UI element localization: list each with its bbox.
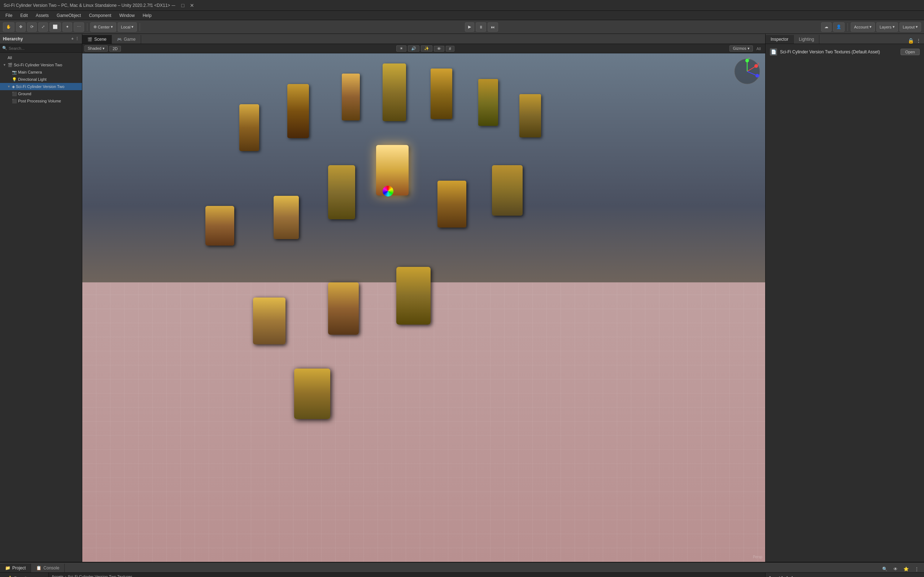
light-icon: 💡: [12, 77, 17, 82]
space-local-button[interactable]: Local ▾: [118, 23, 137, 32]
close-button[interactable]: ✕: [189, 2, 195, 9]
hierarchy-search-bar[interactable]: 🔍: [0, 44, 82, 53]
toolbar-sep-2: [140, 23, 140, 31]
hierarchy-menu-button[interactable]: ⋮: [75, 36, 79, 41]
audio-icon[interactable]: 🔊: [408, 45, 419, 52]
menu-gameobject[interactable]: GameObject: [53, 12, 84, 19]
camera-label: Main Camera: [18, 70, 42, 74]
breadcrumb-folder[interactable]: Sci-Fi Cylinder Version Two Textures: [68, 574, 132, 577]
cylinder-obj-3: [342, 74, 360, 121]
favorites-section[interactable]: ▼ ⭐ Favorites: [0, 574, 48, 577]
game-tab-label: Game: [124, 37, 136, 42]
tool-extra[interactable]: ⋯: [74, 23, 84, 32]
gizmos-chevron: ▾: [748, 46, 750, 50]
gizmos-button[interactable]: Gizmos ▾: [729, 45, 753, 52]
scene-label: Sci-Fi Cylinder Version Two: [14, 63, 62, 67]
cylinder-obj-8: [205, 206, 234, 246]
menu-component[interactable]: Component: [85, 12, 115, 19]
hierarchy-postfx-item[interactable]: ⬛ Post Processing Volume: [0, 97, 82, 105]
hierarchy-ground-item[interactable]: ⬛ Ground: [0, 90, 82, 97]
cylinder-obj-9: [274, 196, 299, 239]
tool-move[interactable]: ✥: [16, 23, 26, 32]
cylinder-obj-4: [383, 63, 406, 121]
fx-icon[interactable]: ✨: [421, 45, 432, 52]
hierarchy-camera-item[interactable]: 📷 Main Camera: [0, 69, 82, 76]
hierarchy-add-button[interactable]: +: [71, 36, 74, 41]
favorites-star: ⭐: [8, 575, 13, 577]
search-icon: 🔍: [2, 46, 7, 50]
inspector-lock-icon[interactable]: 🔒: [908, 38, 914, 44]
cylinder-obj-front: [294, 369, 330, 419]
main-area: Hierarchy + ⋮ 🔍 All ▼ 🎬 Sci-Fi Cylinder …: [0, 34, 924, 562]
tool-transform[interactable]: ✦: [63, 23, 72, 32]
asset-area: Assets › Sci-Fi Cylinder Version Two Tex…: [49, 573, 765, 577]
console-tab-icon: 📋: [36, 566, 42, 571]
bottom-tab-bar: 📁 Project 📋 Console 🔍 👁 ⭐ ⋮: [0, 562, 924, 573]
hierarchy-all-item[interactable]: All: [0, 54, 82, 61]
breadcrumb-sep: ›: [65, 574, 66, 577]
layers-button[interactable]: Layers ▾: [876, 23, 898, 32]
asset-icon: 📄: [770, 48, 777, 56]
scene-tab[interactable]: 🎬 Scene: [82, 35, 112, 44]
tool-rect[interactable]: ⬜: [50, 23, 61, 32]
shading-mode-button[interactable]: Shaded ▾: [84, 45, 108, 52]
breadcrumb-assets[interactable]: Assets: [52, 574, 63, 577]
inspector-tab-lighting[interactable]: Lighting: [794, 35, 819, 44]
hierarchy-light-item[interactable]: 💡 Directional Light: [0, 76, 82, 83]
grid-icon[interactable]: #: [446, 46, 454, 52]
collab-button[interactable]: 👤: [833, 23, 845, 32]
inspector-tab-inspector[interactable]: Inspector: [766, 35, 794, 44]
cloud-button[interactable]: ☁: [821, 23, 832, 32]
toolbar: ✋ ✥ ⟳ ⤢ ⬜ ✦ ⋯ ⊕ Center ▾ Local ▾ ▶ ⏸ ⏭ ☁…: [0, 20, 924, 34]
tool-rotate[interactable]: ⟳: [27, 23, 37, 32]
scene-arrow: ▼: [3, 63, 6, 67]
cylinder-obj-7: [519, 94, 541, 137]
scene-view-icon[interactable]: 👁: [434, 46, 444, 52]
hierarchy-scene-item[interactable]: ▼ 🎬 Sci-Fi Cylinder Version Two: [0, 61, 82, 69]
cylinder-obj-12: [492, 165, 523, 216]
title-bar-title: Sci-Fi Cylinder Version Two – PC, Mac & …: [3, 3, 170, 8]
pivot-center-button[interactable]: ⊕ Center ▾: [90, 23, 116, 32]
cylinder-obj-2: [287, 84, 309, 138]
color-gizmo: [383, 186, 393, 197]
bottom-content: ▼ ⭐ Favorites 🔍 All Materials 🔍 All Mode…: [0, 573, 924, 577]
menu-file[interactable]: File: [2, 12, 16, 19]
play-button[interactable]: ▶: [465, 23, 474, 32]
layout-button[interactable]: Layout ▾: [900, 23, 921, 32]
project-tab[interactable]: 📁 Project: [0, 564, 31, 572]
inspector-tab-label: Inspector: [771, 37, 788, 42]
pause-button[interactable]: ⏸: [476, 23, 486, 32]
menu-assets[interactable]: Assets: [32, 12, 52, 19]
account-button[interactable]: Account ▾: [851, 23, 875, 32]
game-tab[interactable]: 🎮 Game: [112, 35, 141, 44]
step-button[interactable]: ⏭: [488, 23, 498, 32]
project-search-icon[interactable]: 🔍: [880, 566, 890, 572]
project-eye-icon[interactable]: 👁: [891, 566, 900, 572]
open-button[interactable]: Open: [901, 49, 920, 55]
scene-tab-label: Scene: [94, 37, 107, 42]
lighting-icon[interactable]: ☀: [396, 45, 406, 52]
menu-bar: File Edit Assets GameObject Component Wi…: [0, 11, 924, 20]
maximize-button[interactable]: □: [179, 2, 186, 9]
minimize-button[interactable]: ─: [170, 2, 176, 9]
project-star-icon[interactable]: ⭐: [901, 566, 911, 572]
project-menu-icon[interactable]: ⋮: [913, 566, 921, 572]
hierarchy-search-input[interactable]: [9, 46, 80, 50]
hierarchy-panel: Hierarchy + ⋮ 🔍 All ▼ 🎬 Sci-Fi Cylinder …: [0, 34, 82, 562]
inspector-menu-icon[interactable]: ⋮: [916, 38, 921, 44]
tool-hand[interactable]: ✋: [3, 23, 15, 32]
menu-window[interactable]: Window: [115, 12, 138, 19]
scene-view[interactable]: X Y Z Persp: [82, 53, 765, 562]
hierarchy-list: All ▼ 🎬 Sci-Fi Cylinder Version Two 📷 Ma…: [0, 53, 82, 562]
menu-edit[interactable]: Edit: [16, 12, 31, 19]
2d-mode-button[interactable]: 2D: [109, 46, 121, 52]
asset-breadcrumb: Assets › Sci-Fi Cylinder Version Two Tex…: [49, 573, 765, 577]
svg-text:Y: Y: [748, 57, 750, 61]
menu-help[interactable]: Help: [139, 12, 155, 19]
cylinder-obj-10: [328, 165, 355, 219]
inspector-title-row: 📄 Sci-Fi Cylinder Version Two Textures (…: [769, 47, 921, 57]
hierarchy-cylinder-item[interactable]: ▼ ◈ Sci-Fi Cylinder Version Two: [0, 83, 82, 90]
cylinder-arrow: ▼: [7, 85, 11, 89]
console-tab[interactable]: 📋 Console: [31, 564, 65, 572]
tool-scale[interactable]: ⤢: [38, 23, 48, 32]
